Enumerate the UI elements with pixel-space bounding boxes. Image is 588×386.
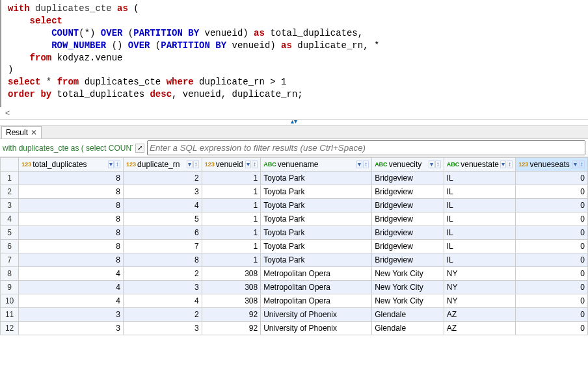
- table-row[interactable]: 1821Toyota ParkBridgeviewIL0: [1, 172, 588, 185]
- cell-duplicate_rn[interactable]: 2: [124, 267, 202, 281]
- filter-icon[interactable]: ▾: [572, 161, 578, 168]
- cell-venuecity[interactable]: New York City: [372, 281, 444, 294]
- cell-venueid[interactable]: 308: [202, 267, 261, 281]
- row-number[interactable]: 11: [1, 308, 19, 322]
- sort-icon[interactable]: ↕: [579, 161, 585, 168]
- table-row[interactable]: 7881Toyota ParkBridgeviewIL0: [1, 253, 588, 267]
- cell-venuestate[interactable]: IL: [444, 253, 516, 267]
- cell-duplicate_rn[interactable]: 5: [124, 212, 202, 226]
- cell-duplicate_rn[interactable]: 4: [124, 294, 202, 308]
- cell-venuename[interactable]: Metropolitan Opera: [261, 294, 372, 308]
- table-row[interactable]: 2831Toyota ParkBridgeviewIL0: [1, 185, 588, 199]
- sort-icon[interactable]: ↕: [435, 161, 441, 168]
- sort-icon[interactable]: ↕: [114, 161, 120, 168]
- cell-duplicate_rn[interactable]: 8: [124, 253, 202, 267]
- cell-venuecity[interactable]: Bridgeview: [372, 199, 444, 212]
- cell-duplicate_rn[interactable]: 7: [124, 240, 202, 253]
- filter-input[interactable]: [147, 140, 585, 155]
- cell-venuecity[interactable]: Bridgeview: [372, 212, 444, 226]
- cell-duplicate_rn[interactable]: 2: [124, 172, 202, 185]
- filter-icon[interactable]: ▾: [429, 161, 434, 168]
- cell-venuestate[interactable]: IL: [444, 172, 516, 185]
- cell-venuecity[interactable]: Glendale: [372, 308, 444, 322]
- cell-venueseats[interactable]: 0: [516, 308, 588, 322]
- cell-venuecity[interactable]: Bridgeview: [372, 226, 444, 240]
- cell-venueid[interactable]: 1: [202, 226, 261, 240]
- column-header-venueid[interactable]: 123 venueid▾↕: [202, 158, 261, 172]
- cell-venueid[interactable]: 1: [202, 172, 261, 185]
- expand-icon[interactable]: ⤢: [135, 144, 144, 153]
- panel-resize-handle[interactable]: ▴▾: [0, 119, 588, 125]
- filter-icon[interactable]: ▾: [108, 161, 114, 168]
- close-icon[interactable]: ✕: [31, 128, 37, 137]
- cell-venuestate[interactable]: AZ: [444, 322, 516, 335]
- cell-venuestate[interactable]: IL: [444, 199, 516, 212]
- cell-duplicate_rn[interactable]: 6: [124, 226, 202, 240]
- cell-total_duplicates[interactable]: 4: [19, 281, 124, 294]
- cell-venuename[interactable]: Toyota Park: [261, 199, 372, 212]
- cell-venueseats[interactable]: 0: [516, 267, 588, 281]
- tab-result[interactable]: Result ✕: [1, 126, 42, 138]
- cell-duplicate_rn[interactable]: 3: [124, 322, 202, 335]
- cell-venuestate[interactable]: IL: [444, 240, 516, 253]
- row-number[interactable]: 3: [1, 199, 19, 212]
- cell-venuename[interactable]: University of Phoenix: [261, 308, 372, 322]
- cell-venuecity[interactable]: Bridgeview: [372, 172, 444, 185]
- row-number[interactable]: 1: [1, 172, 19, 185]
- cell-venueid[interactable]: 1: [202, 253, 261, 267]
- cell-venuename[interactable]: Toyota Park: [261, 172, 372, 185]
- cell-venuename[interactable]: Toyota Park: [261, 212, 372, 226]
- cell-total_duplicates[interactable]: 8: [19, 240, 124, 253]
- table-row[interactable]: 113292University of PhoenixGlendaleAZ0: [1, 308, 588, 322]
- cell-venuestate[interactable]: IL: [444, 212, 516, 226]
- column-header-venuecity[interactable]: ABC venuecity▾↕: [372, 158, 444, 172]
- filter-icon[interactable]: ▾: [356, 161, 362, 168]
- row-number[interactable]: 10: [1, 294, 19, 308]
- column-header-venueseats[interactable]: 123 venueseats▾↕: [516, 158, 588, 172]
- cell-total_duplicates[interactable]: 8: [19, 226, 124, 240]
- table-row[interactable]: 4851Toyota ParkBridgeviewIL0: [1, 212, 588, 226]
- cell-venueid[interactable]: 1: [202, 199, 261, 212]
- row-number[interactable]: 7: [1, 253, 19, 267]
- cell-venueid[interactable]: 92: [202, 322, 261, 335]
- filter-icon[interactable]: ▾: [187, 161, 193, 168]
- cell-venueseats[interactable]: 0: [516, 294, 588, 308]
- cell-venuename[interactable]: Toyota Park: [261, 185, 372, 199]
- cell-venueseats[interactable]: 0: [516, 240, 588, 253]
- cell-venueseats[interactable]: 0: [516, 253, 588, 267]
- cell-venuecity[interactable]: Bridgeview: [372, 185, 444, 199]
- cell-venuecity[interactable]: Glendale: [372, 322, 444, 335]
- cell-venueseats[interactable]: 0: [516, 172, 588, 185]
- filter-icon[interactable]: ▾: [500, 161, 506, 168]
- cell-venuestate[interactable]: NY: [444, 281, 516, 294]
- column-header-total_duplicates[interactable]: 123 total_duplicates▾↕: [19, 158, 124, 172]
- row-number[interactable]: 9: [1, 281, 19, 294]
- cell-venuestate[interactable]: IL: [444, 226, 516, 240]
- cell-venueseats[interactable]: 0: [516, 185, 588, 199]
- sql-editor[interactable]: with duplicates_cte as ( select COUNT(*)…: [0, 0, 588, 107]
- sort-icon[interactable]: ↕: [363, 161, 369, 168]
- cell-venuestate[interactable]: NY: [444, 267, 516, 281]
- table-row[interactable]: 123392University of PhoenixGlendaleAZ0: [1, 322, 588, 335]
- cell-venuecity[interactable]: Bridgeview: [372, 240, 444, 253]
- cell-venueseats[interactable]: 0: [516, 226, 588, 240]
- cell-venuestate[interactable]: IL: [444, 185, 516, 199]
- cell-venueseats[interactable]: 0: [516, 322, 588, 335]
- sort-icon[interactable]: ↕: [507, 161, 513, 168]
- row-number[interactable]: 5: [1, 226, 19, 240]
- cell-venuecity[interactable]: Bridgeview: [372, 253, 444, 267]
- cell-venuename[interactable]: Metropolitan Opera: [261, 267, 372, 281]
- cell-venueid[interactable]: 308: [202, 281, 261, 294]
- cell-duplicate_rn[interactable]: 3: [124, 185, 202, 199]
- sort-icon[interactable]: ↕: [193, 161, 199, 168]
- table-row[interactable]: 3841Toyota ParkBridgeviewIL0: [1, 199, 588, 212]
- row-number[interactable]: 6: [1, 240, 19, 253]
- cell-total_duplicates[interactable]: 8: [19, 212, 124, 226]
- cell-venueid[interactable]: 1: [202, 240, 261, 253]
- table-row[interactable]: 6871Toyota ParkBridgeviewIL0: [1, 240, 588, 253]
- sort-icon[interactable]: ↕: [252, 161, 258, 168]
- filter-icon[interactable]: ▾: [245, 161, 251, 168]
- cell-venuestate[interactable]: AZ: [444, 308, 516, 322]
- cell-venuestate[interactable]: NY: [444, 294, 516, 308]
- cell-total_duplicates[interactable]: 3: [19, 322, 124, 335]
